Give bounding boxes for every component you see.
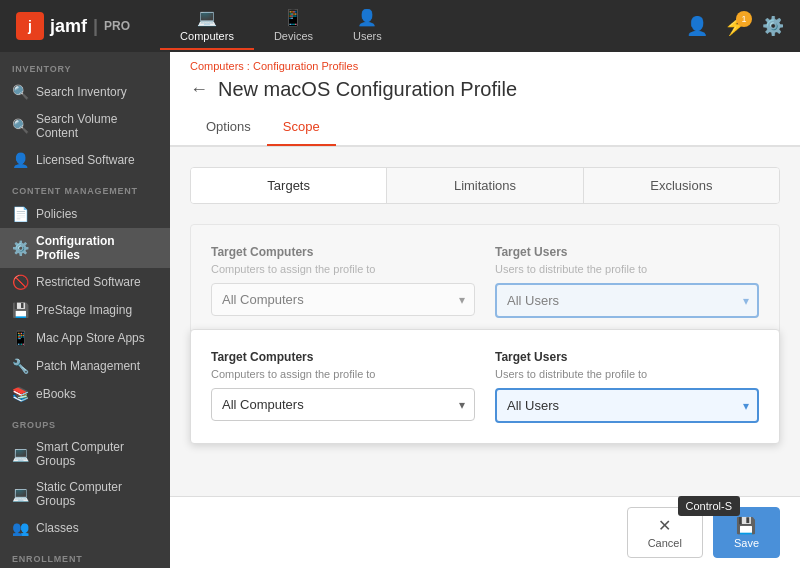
users-icon: 👤 — [357, 8, 377, 27]
sidebar-item-restricted-software-label: Restricted Software — [36, 275, 141, 289]
nav-tab-devices[interactable]: 📱 Devices — [254, 2, 333, 50]
prestage-imaging-icon: 💾 — [12, 302, 28, 318]
search-inventory-icon: 🔍 — [12, 84, 28, 100]
sidebar-item-licensed-software[interactable]: 👤 Licensed Software — [0, 146, 170, 174]
classes-icon: 👥 — [12, 520, 28, 536]
top-nav: j jamf | PRO 💻 Computers 📱 Devices 👤 Use… — [0, 0, 800, 52]
section-groups: GROUPS — [0, 408, 170, 434]
target-users-sublabel-bottom: Users to distribute the profile to — [495, 368, 759, 380]
target-users-select-top[interactable]: All Users — [495, 283, 759, 318]
page-title: New macOS Configuration Profile — [218, 78, 517, 101]
sidebar-item-mac-app-store[interactable]: 📱 Mac App Store Apps — [0, 324, 170, 352]
section-inventory: INVENTORY — [0, 52, 170, 78]
static-groups-icon: 💻 — [12, 486, 28, 502]
sub-tab-targets[interactable]: Targets — [191, 168, 387, 203]
sidebar-item-classes[interactable]: 👥 Classes — [0, 514, 170, 542]
target-computers-label-top: Target Computers — [211, 245, 475, 259]
sidebar-item-config-profiles-label: Configuration Profiles — [36, 234, 158, 262]
target-computers-select-bottom[interactable]: All Computers — [211, 388, 475, 421]
sidebar-item-smart-groups[interactable]: 💻 Smart Computer Groups — [0, 434, 170, 474]
sidebar-item-search-inventory[interactable]: 🔍 Search Inventory — [0, 78, 170, 106]
sidebar-item-static-groups[interactable]: 💻 Static Computer Groups — [0, 474, 170, 514]
target-computers-label-bottom: Target Computers — [211, 350, 475, 364]
sidebar-item-patch-management[interactable]: 🔧 Patch Management — [0, 352, 170, 380]
nav-tab-devices-label: Devices — [274, 30, 313, 42]
licensed-software-icon: 👤 — [12, 152, 28, 168]
nav-tab-computers-label: Computers — [180, 30, 234, 42]
devices-icon: 📱 — [283, 8, 303, 27]
cancel-icon: ✕ — [658, 516, 671, 535]
config-profiles-icon: ⚙️ — [12, 240, 28, 256]
sidebar-item-mac-app-store-label: Mac App Store Apps — [36, 331, 145, 345]
notification-btn[interactable]: ⚡ 1 — [724, 15, 746, 37]
tab-bar: Options Scope — [170, 109, 800, 146]
nav-tabs: 💻 Computers 📱 Devices 👤 Users — [160, 2, 686, 50]
save-icon: 💾 — [736, 516, 756, 535]
settings-btn[interactable]: ⚙️ — [762, 15, 784, 37]
form-group-target-users-bottom: Target Users Users to distribute the pro… — [495, 350, 759, 423]
sidebar-item-restricted-software[interactable]: 🚫 Restricted Software — [0, 268, 170, 296]
nav-tab-users[interactable]: 👤 Users — [333, 2, 402, 50]
sub-tabs: Targets Limitations Exclusions — [190, 167, 780, 204]
ebooks-icon: 📚 — [12, 386, 28, 402]
target-users-select-wrapper-bottom: All Users — [495, 388, 759, 423]
patch-management-icon: 🔧 — [12, 358, 28, 374]
sidebar-item-ebooks[interactable]: 📚 eBooks — [0, 380, 170, 408]
pro-label: PRO — [104, 19, 130, 33]
tab-options[interactable]: Options — [190, 109, 267, 146]
form-group-target-computers-top: Target Computers Computers to assign the… — [211, 245, 475, 318]
breadcrumb: Computers : Configuration Profiles — [190, 60, 780, 72]
section-content-management: CONTENT MANAGEMENT — [0, 174, 170, 200]
sidebar-item-classes-label: Classes — [36, 521, 79, 535]
form-group-target-computers-bottom: Target Computers Computers to assign the… — [211, 350, 475, 423]
logo-separator: | — [93, 16, 98, 37]
breadcrumb-parent: Computers — [190, 60, 244, 72]
sidebar-item-config-profiles[interactable]: ⚙️ Configuration Profiles — [0, 228, 170, 268]
back-button[interactable]: ← — [190, 79, 208, 100]
policies-icon: 📄 — [12, 206, 28, 222]
target-computers-select-top[interactable]: All Computers — [211, 283, 475, 316]
target-users-label-bottom: Target Users — [495, 350, 759, 364]
nav-tab-users-label: Users — [353, 30, 382, 42]
page-title-row: ← New macOS Configuration Profile — [190, 78, 780, 101]
sidebar-item-static-groups-label: Static Computer Groups — [36, 480, 158, 508]
target-users-select-wrapper-top: All Users — [495, 283, 759, 318]
target-users-select-bottom[interactable]: All Users — [495, 388, 759, 423]
sidebar-item-search-volume[interactable]: 🔍 Search Volume Content — [0, 106, 170, 146]
sidebar-item-ebooks-label: eBooks — [36, 387, 76, 401]
sub-tab-exclusions[interactable]: Exclusions — [584, 168, 779, 203]
computers-icon: 💻 — [197, 8, 217, 27]
user-icon-btn[interactable]: 👤 — [686, 15, 708, 37]
sidebar-item-policies[interactable]: 📄 Policies — [0, 200, 170, 228]
target-computers-sublabel-bottom: Computers to assign the profile to — [211, 368, 475, 380]
form-row-top: Target Computers Computers to assign the… — [211, 245, 759, 318]
section-enrollment: ENROLLMENT — [0, 542, 170, 568]
breadcrumb-bar: Computers : Configuration Profiles ← New… — [170, 52, 800, 147]
target-users-label-top: Target Users — [495, 245, 759, 259]
sidebar: INVENTORY 🔍 Search Inventory 🔍 Search Vo… — [0, 52, 170, 568]
logo-icon: j — [16, 12, 44, 40]
form-group-target-users-top: Target Users Users to distribute the pro… — [495, 245, 759, 318]
search-volume-icon: 🔍 — [12, 118, 28, 134]
sidebar-item-patch-management-label: Patch Management — [36, 359, 140, 373]
sidebar-item-prestage-imaging-label: PreStage Imaging — [36, 303, 132, 317]
footer: Control-S ✕ Cancel 💾 Save — [170, 496, 800, 568]
sidebar-item-search-inventory-label: Search Inventory — [36, 85, 127, 99]
breadcrumb-current: Configuration Profiles — [253, 60, 358, 72]
top-card: Target Computers Computers to assign the… — [190, 224, 780, 339]
content-area: Computers : Configuration Profiles ← New… — [170, 52, 800, 568]
bottom-card: Target Computers Computers to assign the… — [190, 329, 780, 444]
page-content: Targets Limitations Exclusions Target Co… — [170, 147, 800, 496]
target-computers-sublabel-top: Computers to assign the profile to — [211, 263, 475, 275]
nav-tab-computers[interactable]: 💻 Computers — [160, 2, 254, 50]
logo-text: jamf — [50, 16, 87, 37]
main-layout: INVENTORY 🔍 Search Inventory 🔍 Search Vo… — [0, 52, 800, 568]
mac-app-store-icon: 📱 — [12, 330, 28, 346]
sidebar-item-prestage-imaging[interactable]: 💾 PreStage Imaging — [0, 296, 170, 324]
cancel-label: Cancel — [648, 537, 682, 549]
sub-tab-limitations[interactable]: Limitations — [387, 168, 583, 203]
restricted-software-icon: 🚫 — [12, 274, 28, 290]
tab-scope[interactable]: Scope — [267, 109, 336, 146]
target-users-sublabel-top: Users to distribute the profile to — [495, 263, 759, 275]
sidebar-item-search-volume-label: Search Volume Content — [36, 112, 158, 140]
